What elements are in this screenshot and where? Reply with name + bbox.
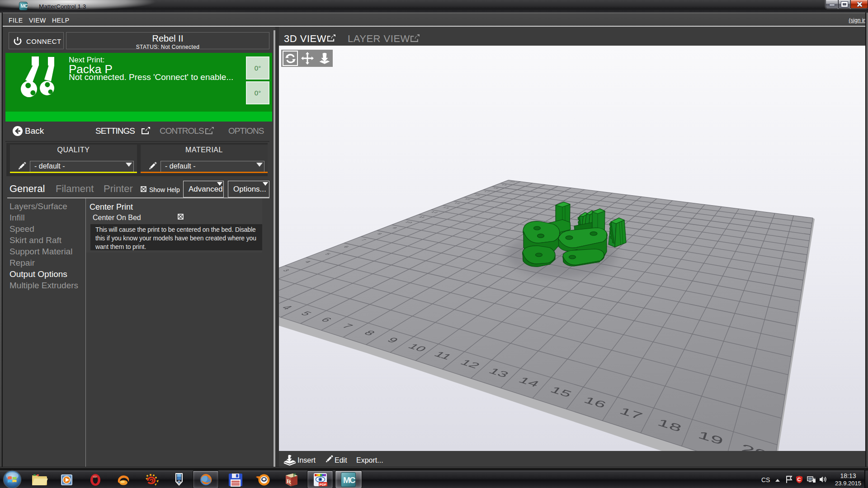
svg-text:C: C: [797, 477, 801, 482]
svg-text:R: R: [287, 478, 292, 486]
svg-text:PDF: PDF: [320, 483, 327, 487]
svg-text:P: P: [293, 473, 296, 478]
